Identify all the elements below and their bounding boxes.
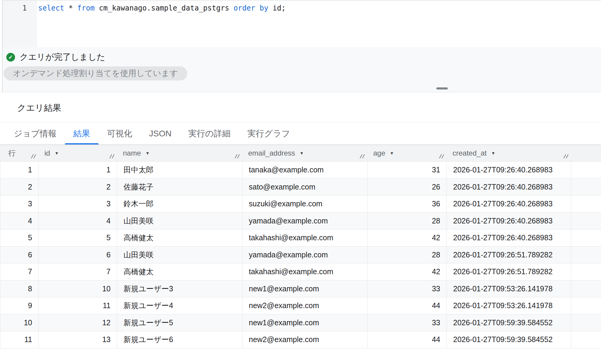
- cell-email_address: new2@example.com: [243, 297, 368, 314]
- cell-created_at: 2026-01-27T09:26:40.268983: [447, 213, 571, 229]
- cell-age: 42: [368, 263, 447, 280]
- cell-created_at: 2026-01-27T09:26:40.268983: [447, 196, 571, 212]
- cell-filler: [571, 196, 601, 212]
- tab-execution-details[interactable]: 実行の詳細: [180, 123, 239, 144]
- cell-name: 新規ユーザー5: [117, 314, 243, 331]
- sql-keyword: select: [38, 4, 64, 12]
- header-cell-name[interactable]: name▼: [117, 145, 242, 161]
- cell-filler: [571, 179, 601, 196]
- cell-created_at: 2026-01-27T09:59:39.584552: [447, 331, 571, 348]
- status-message-row: ✓ クエリが完了しました: [6, 51, 601, 63]
- cell-filler: [571, 314, 601, 331]
- column-resize-icon[interactable]: [30, 152, 37, 161]
- cell-filler: [571, 247, 601, 263]
- cell-row: 3: [0, 196, 39, 212]
- cell-row: 5: [0, 229, 39, 246]
- cell-email_address: suzuki@example.com: [243, 196, 368, 212]
- success-check-icon: ✓: [6, 53, 15, 62]
- cell-filler: [571, 281, 601, 297]
- table-row: 33鈴木一郎suzuki@example.com362026-01-27T09:…: [0, 196, 601, 213]
- cell-age: 31: [368, 162, 447, 178]
- table-row: 11田中太郎tanaka@example.com312026-01-27T09:…: [0, 162, 601, 179]
- tab-results[interactable]: 結果: [65, 123, 99, 144]
- cell-row: 8: [0, 281, 39, 297]
- cell-email_address: new2@example.com: [243, 331, 368, 348]
- cell-name: 新規ユーザー4: [117, 297, 243, 314]
- column-menu-icon[interactable]: ▼: [55, 151, 59, 155]
- column-resize-icon[interactable]: [234, 152, 241, 161]
- header-cell-email_address[interactable]: email_address▼: [242, 145, 367, 161]
- cell-row: 2: [0, 179, 39, 196]
- table-header: 行id▼name▼email_address▼age▼created_at▼: [0, 145, 601, 162]
- cell-age: 33: [368, 281, 447, 297]
- column-resize-icon[interactable]: [359, 152, 366, 161]
- cell-email_address: yamada@example.com: [243, 247, 368, 263]
- cell-filler: [571, 213, 601, 229]
- cell-filler: [571, 229, 601, 246]
- cell-name: 新規ユーザー3: [117, 281, 243, 297]
- cell-filler: [571, 263, 601, 280]
- header-cell-row[interactable]: 行: [0, 145, 38, 161]
- column-menu-icon[interactable]: ▼: [491, 151, 495, 155]
- tab-json[interactable]: JSON: [141, 123, 180, 144]
- cell-email_address: takahashi@example.com: [243, 263, 368, 280]
- column-menu-icon[interactable]: ▼: [390, 151, 394, 155]
- cell-age: 26: [368, 179, 447, 196]
- sql-editor: 1 select * from cm_kawanago.sample_data_…: [2, 0, 601, 47]
- column-resize-icon[interactable]: [438, 152, 445, 161]
- cell-name: 高橋健太: [117, 263, 243, 280]
- column-label-id: id: [44, 149, 50, 157]
- cell-age: 42: [368, 229, 447, 246]
- table-row: 55高橋健太takahashi@example.com422026-01-27T…: [0, 229, 601, 247]
- cell-age: 44: [368, 297, 447, 314]
- cell-id: 1: [39, 162, 117, 178]
- column-label-age: age: [373, 149, 385, 157]
- cell-age: 36: [368, 196, 447, 212]
- cell-id: 4: [39, 213, 117, 229]
- column-menu-icon[interactable]: ▼: [145, 151, 150, 155]
- cell-id: 3: [39, 196, 117, 212]
- editor-gutter: 1: [3, 1, 37, 47]
- header-cell-created_at[interactable]: created_at▼: [447, 145, 571, 161]
- cell-age: 33: [368, 314, 447, 331]
- cell-id: 13: [39, 331, 117, 348]
- header-cell-age[interactable]: age▼: [367, 145, 447, 161]
- cell-email_address: new1@example.com: [243, 314, 368, 331]
- tab-execution-graph[interactable]: 実行グラフ: [239, 123, 298, 144]
- cell-name: 高橋健太: [117, 229, 243, 246]
- cell-row: 7: [0, 263, 39, 280]
- cell-created_at: 2026-01-27T09:26:40.268983: [447, 229, 571, 246]
- cell-id: 6: [39, 247, 117, 263]
- cell-row: 11: [0, 331, 39, 348]
- cell-name: 佐藤花子: [117, 179, 243, 196]
- column-label-row: 行: [8, 148, 16, 158]
- cell-age: 28: [368, 247, 447, 263]
- cell-email_address: new1@example.com: [243, 281, 368, 297]
- query-status-bar: ✓ クエリが完了しました オンデマンド処理割り当てを使用しています: [2, 47, 601, 92]
- table-row: 44山田美咲yamada@example.com282026-01-27T09:…: [0, 213, 601, 230]
- column-menu-icon[interactable]: ▼: [300, 151, 304, 155]
- tab-job-info[interactable]: ジョブ情報: [5, 123, 65, 144]
- line-number: 1: [3, 3, 37, 13]
- cell-created_at: 2026-01-27T09:53:26.141978: [447, 281, 571, 297]
- tab-visualization[interactable]: 可視化: [99, 123, 141, 144]
- cell-email_address: yamada@example.com: [243, 213, 368, 229]
- cell-id: 5: [39, 229, 117, 246]
- cell-name: 山田美咲: [117, 213, 243, 229]
- cell-created_at: 2026-01-27T09:26:51.789282: [447, 263, 571, 280]
- cell-email_address: takahashi@example.com: [243, 229, 368, 246]
- cell-created_at: 2026-01-27T09:26:51.789282: [447, 247, 571, 263]
- column-resize-icon[interactable]: [563, 152, 570, 161]
- cell-email_address: tanaka@example.com: [243, 162, 368, 178]
- column-resize-icon[interactable]: [108, 152, 116, 161]
- cell-age: 28: [368, 213, 447, 229]
- cell-age: 44: [368, 331, 447, 348]
- status-message: クエリが完了しました: [20, 51, 105, 63]
- cell-filler: [571, 331, 601, 348]
- drag-handle-icon[interactable]: [436, 87, 448, 89]
- header-cell-id[interactable]: id▼: [38, 145, 117, 161]
- sql-code-line[interactable]: select * from cm_kawanago.sample_data_ps…: [37, 1, 601, 47]
- sql-keyword: from: [77, 4, 95, 12]
- sql-text: id;: [268, 4, 286, 12]
- column-label-created_at: created_at: [453, 149, 487, 157]
